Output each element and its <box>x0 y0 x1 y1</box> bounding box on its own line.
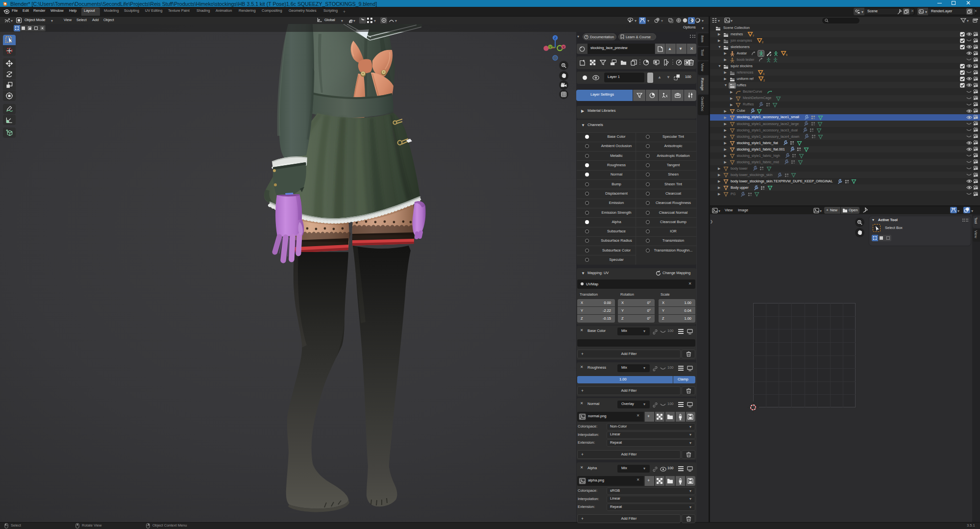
svg-text:7: 7 <box>753 34 754 37</box>
svg-text:3: 3 <box>763 73 764 76</box>
svg-text:X: X <box>563 46 565 49</box>
svg-text:Z: Z <box>554 36 557 40</box>
svg-text:Y: Y <box>549 46 552 49</box>
svg-text:?: ? <box>586 35 587 38</box>
